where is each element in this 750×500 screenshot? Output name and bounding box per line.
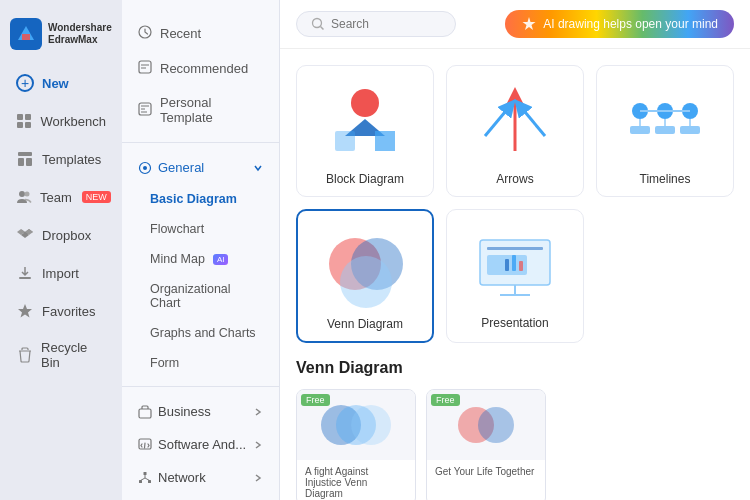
recent-label: Recent (160, 26, 201, 41)
svg-point-60 (351, 405, 391, 445)
search-box[interactable] (296, 11, 456, 37)
arrows-label: Arrows (496, 172, 533, 186)
svg-rect-8 (26, 158, 32, 166)
sub-basic-diagram[interactable]: Basic Diagram (122, 184, 279, 214)
sidebar-item-favorites[interactable]: Favorites (6, 293, 116, 329)
venn-diagram-card[interactable]: Venn Diagram (296, 209, 434, 343)
divider2 (122, 386, 279, 387)
svg-marker-16 (18, 304, 32, 318)
search-input[interactable] (331, 17, 441, 31)
new-label: New (42, 76, 69, 91)
new-button[interactable]: + New (6, 65, 116, 101)
software-label: Software And... (158, 437, 246, 452)
templates-label: Templates (42, 152, 101, 167)
middle-recommended[interactable]: Recommended (122, 51, 279, 86)
venn-section: Venn Diagram Free A fight Against Injust… (280, 359, 750, 500)
app-logo-icon (10, 18, 42, 50)
arrows-card[interactable]: Arrows (446, 65, 584, 197)
svg-point-49 (340, 256, 392, 308)
sub-graphs[interactable]: Graphs and Charts (122, 318, 279, 348)
top-bar: AI drawing helps open your mind (280, 0, 750, 49)
free-badge-0: Free (301, 394, 330, 406)
logo-area: Wondershare EdrawMax (0, 10, 122, 64)
recent-icon (138, 25, 152, 42)
svg-rect-5 (25, 122, 31, 128)
svg-rect-55 (505, 259, 509, 271)
sidebar-item-import[interactable]: Import (6, 255, 116, 291)
sidebar-item-recycle[interactable]: Recycle Bin (6, 331, 116, 379)
sidebar-item-templates[interactable]: Templates (6, 141, 116, 177)
timelines-visual (607, 76, 723, 166)
block-diagram-label: Block Diagram (326, 172, 404, 186)
mind-map-label: Mind Map (150, 252, 205, 266)
middle-personal[interactable]: Personal Template (122, 86, 279, 134)
svg-line-28 (321, 27, 324, 30)
template-card-1[interactable]: Free Get Your Life Together (426, 389, 546, 500)
recycle-label: Recycle Bin (41, 340, 106, 370)
svg-rect-42 (655, 126, 675, 134)
sub-mind-map[interactable]: Mind Map AI (122, 244, 279, 274)
template-card-0[interactable]: Free A fight Against Injustice Venn Diag… (296, 389, 416, 500)
business-icon (138, 405, 152, 419)
form-label: Form (150, 356, 179, 370)
recycle-icon (16, 346, 33, 364)
sub-form[interactable]: Form (122, 348, 279, 378)
timelines-card[interactable]: Timelines (596, 65, 734, 197)
software-section[interactable]: Software And... (122, 428, 279, 461)
business-section[interactable]: Business (122, 395, 279, 428)
venn-label: Venn Diagram (327, 317, 403, 331)
sub-org-chart[interactable]: Organizational Chart (122, 274, 279, 318)
template-card-header-1: Free (427, 390, 545, 460)
arrows-visual (457, 76, 573, 166)
dropbox-label: Dropbox (42, 228, 91, 243)
ai-banner-text: AI drawing helps open your mind (543, 17, 718, 31)
workbench-label: Workbench (40, 114, 106, 129)
dropbox-icon (16, 226, 34, 244)
svg-rect-33 (335, 131, 355, 151)
chevron-right-icon3 (253, 473, 263, 483)
block-diagram-card[interactable]: Block Diagram (296, 65, 434, 197)
svg-rect-57 (519, 261, 523, 271)
presentation-visual (457, 220, 573, 310)
sub-flowchart[interactable]: Flowchart (122, 214, 279, 244)
svg-rect-41 (630, 126, 650, 134)
template-card-body-0: A fight Against Injustice Venn Diagram (297, 460, 415, 500)
svg-rect-22 (139, 409, 151, 418)
svg-line-35 (485, 106, 510, 136)
svg-rect-18 (139, 61, 151, 73)
svg-rect-56 (512, 255, 516, 271)
middle-recent[interactable]: Recent (122, 16, 279, 51)
workbench-icon (16, 112, 32, 130)
personal-label: Personal Template (160, 95, 263, 125)
chevron-right-icon2 (253, 440, 263, 450)
network-icon (138, 471, 152, 485)
app-name: Wondershare EdrawMax (48, 22, 112, 46)
svg-point-21 (143, 166, 147, 170)
sidebar-item-dropbox[interactable]: Dropbox (6, 217, 116, 253)
presentation-card[interactable]: Presentation (446, 209, 584, 343)
team-icon (16, 188, 32, 206)
svg-rect-6 (18, 152, 32, 156)
flowchart-label: Flowchart (150, 222, 204, 236)
template-card-header-0: Free (297, 390, 415, 460)
svg-line-36 (520, 106, 545, 136)
team-new-badge: NEW (82, 191, 111, 203)
sidebar-item-workbench[interactable]: Workbench (6, 103, 116, 139)
chevron-down-icon (253, 163, 263, 173)
general-section[interactable]: General (122, 151, 279, 184)
svg-point-27 (313, 19, 322, 28)
sidebar: Wondershare EdrawMax + New Workbench Tem… (0, 0, 122, 500)
svg-rect-1 (22, 34, 30, 40)
svg-marker-32 (375, 131, 395, 151)
svg-rect-15 (19, 277, 31, 279)
ai-banner: AI drawing helps open your mind (505, 10, 734, 38)
network-section[interactable]: Network (122, 461, 279, 494)
sidebar-item-team[interactable]: Team NEW (6, 179, 116, 215)
business-label: Business (158, 404, 211, 419)
diagram-grid: Block Diagram Arrows (280, 49, 750, 359)
svg-marker-29 (523, 17, 536, 30)
svg-rect-3 (25, 114, 31, 120)
ai-badge: AI (213, 254, 229, 265)
middle-panel: Recent Recommended Personal Template Gen… (122, 0, 280, 500)
templates-icon (16, 150, 34, 168)
